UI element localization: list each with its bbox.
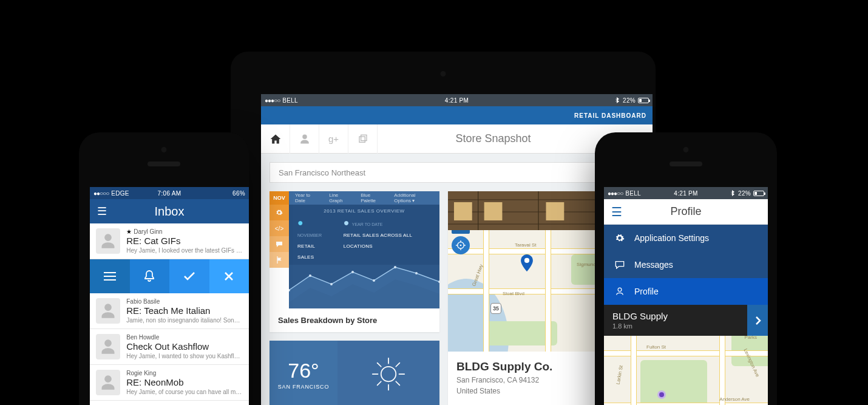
chart-tool-flag-icon[interactable] <box>270 252 289 268</box>
svg-point-7 <box>394 266 396 268</box>
banner-label: RETAIL DASHBOARD <box>574 112 646 119</box>
message-subject: RE: Teach Me Italian <box>126 305 243 316</box>
weather-sun-icon <box>337 341 439 405</box>
tablet-screen: ●●●○○ BELL 4:21 PM 22% RETAIL DASHBOARD <box>261 94 653 405</box>
message-sender: ★Daryl Ginn <box>126 228 243 235</box>
profile-menu: Application Settings Messages Profile <box>604 225 768 305</box>
battery-icon <box>753 191 764 196</box>
chart-tool-code-icon[interactable]: </> <box>270 220 289 236</box>
avatar <box>96 370 120 395</box>
map-location-dot <box>657 390 666 399</box>
search-value: San Francisco Northeast <box>279 168 365 177</box>
message-row[interactable]: ★Daryl Ginn RE: Cat GIFs Hey Jamie, I lo… <box>90 223 249 259</box>
weather-temp: 76° <box>288 359 319 383</box>
carrier-label: BELL <box>282 97 298 104</box>
menu-item-label: Messages <box>634 260 673 270</box>
person-icon <box>614 287 626 296</box>
toolbar-bell-button[interactable] <box>130 259 170 293</box>
callout-name: BLDG Supply <box>612 311 668 321</box>
carrier-label: EDGE <box>111 190 129 197</box>
retail-dashboard-banner: RETAIL DASHBOARD <box>261 106 653 124</box>
nav-home-icon[interactable] <box>261 124 290 154</box>
battery-pct: 66% <box>232 190 245 197</box>
chart-tab[interactable]: Additional Options ▾ <box>394 192 433 203</box>
svg-line-15 <box>378 363 381 367</box>
avatar <box>96 228 120 254</box>
message-sender: Ben Howdle <box>126 334 243 341</box>
phone-left-screen: ●●○○○ EDGE 7:06 AM 66% ☰ Inbox ★Daryl Gi… <box>90 187 249 405</box>
svg-point-6 <box>373 279 375 282</box>
map-zoom-out-button[interactable]: – <box>452 230 470 234</box>
signal-dots: ●●○○○ <box>93 190 109 197</box>
chart-tool-comment-icon[interactable] <box>270 236 289 252</box>
nav-gplus-icon[interactable]: g+ <box>319 124 348 154</box>
svg-point-3 <box>309 274 311 277</box>
svg-point-31 <box>460 245 462 247</box>
chart-tab[interactable]: Year to Date <box>295 192 319 203</box>
avatar <box>96 298 120 324</box>
message-subject: Check Out Kashflow <box>126 341 243 352</box>
bluetooth-icon <box>731 190 736 196</box>
series-label: RETAIL SALES ACROSS ALL LOCATIONS <box>344 233 412 249</box>
map-street-label: Anderson Ave <box>719 396 750 402</box>
nav-person-icon[interactable] <box>290 124 319 154</box>
phone-right-device: ●●●○○ BELL 4:21 PM 22% ☰ Profile Applica… <box>595 132 777 405</box>
chart-tabs[interactable]: Year to Date Line Graph Blue Palette Add… <box>289 191 439 205</box>
phone-left-device: ●●○○○ EDGE 7:06 AM 66% ☰ Inbox ★Daryl Gi… <box>79 132 249 405</box>
chart-tool-gear-icon[interactable] <box>270 205 289 220</box>
profile-title: Profile <box>604 205 768 218</box>
weather-temp-panel: 76° SAN FRANCISCO <box>270 341 337 405</box>
series-label: NOVEMBER <box>297 233 322 237</box>
chart-tab[interactable]: Line Graph <box>329 192 351 203</box>
message-row[interactable]: Rogie King RE: NeonMob Hey Jamie, of cou… <box>90 365 249 401</box>
map-street-label: Taraval St <box>515 242 537 248</box>
callout-go-button[interactable] <box>747 305 768 336</box>
svg-line-18 <box>378 381 381 385</box>
weather-city: SAN FRANCISCO <box>278 384 329 390</box>
series-label: RETAIL SALES <box>297 243 315 260</box>
message-preview: Hey Jamie, I wanted to show you Kashflow… <box>126 353 243 359</box>
svg-line-16 <box>396 381 399 385</box>
signal-dots: ●●●○○ <box>265 97 280 104</box>
chart-tab[interactable]: Blue Palette <box>361 192 384 203</box>
toolbar-check-button[interactable] <box>169 259 209 293</box>
chart-subtitle: ● NOVEMBER RETAIL SALES ● YEAR TO DATE R… <box>289 217 439 265</box>
svg-rect-27 <box>484 202 503 220</box>
search-input[interactable]: San Francisco Northeast <box>270 162 620 183</box>
map-street-label: Parks <box>745 336 757 340</box>
message-row[interactable]: Fabio Basile RE: Teach Me Italian Jamie,… <box>90 293 249 329</box>
inbox-header: ☰ Inbox <box>90 199 249 223</box>
message-list: ★Daryl Ginn RE: Cat GIFs Hey Jamie, I lo… <box>90 223 249 401</box>
profile-map[interactable]: Parks Fulton St Lexington Ave Larkin St … <box>604 336 768 405</box>
store-callout[interactable]: BLDG Supply 1.8 km <box>604 305 768 336</box>
tablet-body: San Francisco Northeast NOV </> <box>261 154 653 405</box>
menu-item-person[interactable]: Profile <box>604 278 768 305</box>
map-street-label: Fulton St <box>646 344 666 350</box>
svg-point-36 <box>524 258 529 263</box>
map-pin-icon <box>521 254 533 271</box>
phone-right-statusbar: ●●●○○ BELL 4:21 PM 22% <box>604 187 768 199</box>
inbox-toolbar <box>90 259 249 293</box>
message-row[interactable]: Ben Howdle Check Out Kashflow Hey Jamie,… <box>90 329 249 365</box>
bubble-icon <box>614 260 626 269</box>
toolbar-list-button[interactable] <box>90 259 130 293</box>
svg-point-8 <box>415 272 418 274</box>
message-preview: Hey Jamie, I looked over the latest GIFs… <box>126 247 243 254</box>
message-preview: Jamie, non sto insegnando italiano! Sono… <box>126 317 243 324</box>
chart-side-toolbar: NOV </> <box>270 191 289 308</box>
message-subject: RE: Cat GIFs <box>126 236 243 246</box>
message-subject: RE: NeonMob <box>126 377 243 387</box>
svg-point-5 <box>351 271 354 273</box>
toolbar-close-button[interactable] <box>209 259 249 293</box>
menu-item-gear[interactable]: Application Settings <box>604 225 768 251</box>
svg-line-17 <box>396 363 399 367</box>
tablet-statusbar: ●●●○○ BELL 4:21 PM 22% <box>261 94 653 106</box>
svg-point-4 <box>330 283 333 285</box>
phone-right-screen: ●●●○○ BELL 4:21 PM 22% ☰ Profile Applica… <box>604 187 768 405</box>
status-time: 7:06 AM <box>158 190 181 197</box>
signal-dots: ●●●○○ <box>608 190 623 197</box>
map-locate-button[interactable] <box>452 236 470 254</box>
phone-left-statusbar: ●●○○○ EDGE 7:06 AM 66% <box>90 187 249 199</box>
menu-item-bubble[interactable]: Messages <box>604 251 768 278</box>
map-street-label: Larkin St <box>615 365 624 385</box>
